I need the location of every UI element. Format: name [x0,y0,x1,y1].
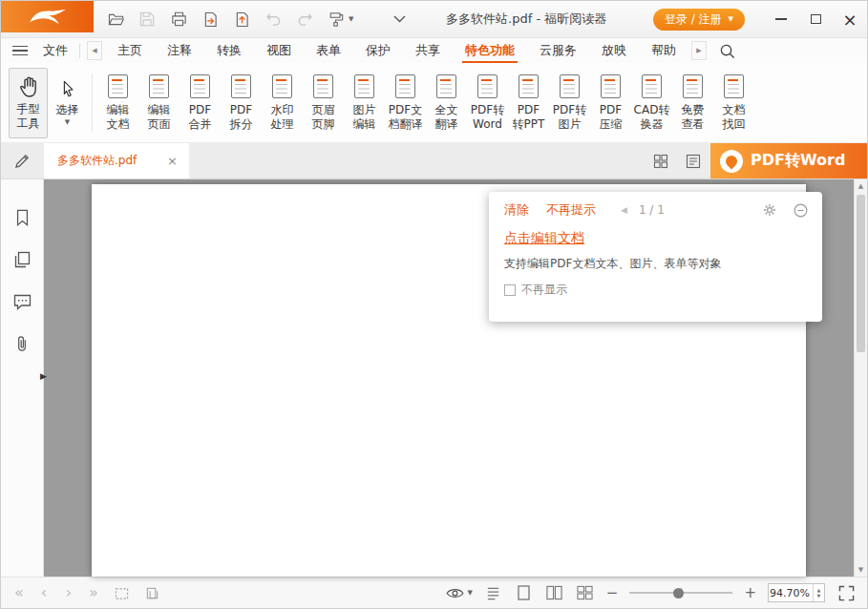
first-page-button[interactable]: « [12,585,26,600]
menu-tab-cloud-service[interactable]: 云服务 [527,38,589,63]
redo-icon[interactable] [295,10,314,29]
multi-page-view-icon[interactable] [576,583,595,602]
comments-panel-icon[interactable] [12,292,32,311]
pdf-compress-button[interactable]: PDF压缩 [590,68,631,138]
header-footer-icon [313,74,333,98]
clear-link[interactable]: 清除 [504,201,529,219]
pdf-split-button[interactable]: PDF拆分 [221,68,262,138]
pages-panel-icon[interactable] [12,250,32,269]
document-tabbar: 多多软件站.pdf × PDF转Word [1,143,867,179]
export-convert-icon[interactable] [201,10,220,29]
document-tab-title: 多多软件站.pdf [57,153,165,169]
fullscreen-icon[interactable] [836,583,856,602]
cad-converter-button[interactable]: CAD转换器 [631,68,672,138]
page-navigation: « ‹ › » [12,583,161,602]
file-menu[interactable]: 文件 [35,42,75,59]
image-edit-button[interactable]: 图片编辑 [344,68,385,138]
menu-tab-view[interactable]: 视图 [254,38,304,63]
undo-icon[interactable] [264,10,283,29]
watermark-icon [272,74,292,98]
full-text-translate-button[interactable]: 全文翻译 [426,68,467,138]
edit-hint-popup: 清除 不再提示 ◀ 1 / 1 点击编辑文档 支持编辑PDF文档文本、图片、表单… [489,192,822,322]
zoom-input[interactable]: 94.70% ▲ ▼ [768,583,825,602]
document-area: 清除 不再提示 ◀ 1 / 1 点击编辑文档 支持编辑PDF文档文本、图片、表单… [44,179,854,577]
close-button[interactable]: × [833,1,867,37]
snapshot-icon[interactable] [112,583,131,602]
zoom-slider[interactable] [629,586,732,599]
banner-badge-icon [720,150,743,173]
no-remind-link[interactable]: 不再提示 [546,201,596,219]
menu-tab-share[interactable]: 共享 [403,38,453,63]
divider [79,44,80,58]
clipboard-icon[interactable] [142,583,161,602]
edit-document-button[interactable]: 编辑文档 [97,68,138,138]
edit-pages-button[interactable]: 编辑页面 [138,68,180,138]
minimize-button[interactable] [764,1,798,37]
save-icon[interactable] [138,10,157,29]
collapse-notice-icon[interactable] [793,202,809,219]
chevron-down-icon: ▼ [349,16,353,23]
attachments-panel-icon[interactable] [12,334,32,353]
edit-document-link[interactable]: 点击编辑文档 [504,230,584,247]
single-page-view-icon[interactable] [515,583,534,602]
pdf-to-ppt-icon [519,74,539,98]
menu-tab-help[interactable]: 帮助 [639,38,688,63]
pdf-to-ppt-button[interactable]: PDF转PPT [508,68,549,138]
foxit-reader-window: ▼ 多多软件站.pdf - 福昕阅读器 登录 / 注册 ▼ × 文件 ◀ 主页注… [0,0,868,609]
maximize-button[interactable] [798,1,833,37]
open-file-icon[interactable] [106,10,125,29]
continuous-view-icon[interactable] [484,583,503,602]
header-footer-button[interactable]: 页眉页脚 [303,68,344,138]
tab-close-icon[interactable]: × [165,154,180,168]
facing-view-icon[interactable] [545,583,564,602]
pdf-merge-button[interactable]: PDF合并 [180,68,221,138]
scroll-up-icon[interactable]: ▲ [858,182,863,190]
menu-tab-convert[interactable]: 转换 [204,38,254,63]
scrollbar-thumb[interactable] [857,195,865,352]
tabs-scroll-left-icon[interactable]: ◀ [87,41,102,60]
watermark-button[interactable]: 水印处理 [262,68,303,138]
thumbnail-grid-icon[interactable] [651,152,670,171]
view-mode-button[interactable]: ▼ [445,583,472,602]
menu-tab-protect[interactable]: 保护 [353,38,403,63]
pencil-icon[interactable] [13,152,32,171]
doc-recover-button[interactable]: 文档找回 [713,68,754,138]
vertical-scrollbar[interactable]: ▲ ▼ [854,179,867,577]
menu-tab-play[interactable]: 放映 [589,38,639,63]
last-page-button[interactable]: » [87,585,100,600]
next-page-button[interactable]: › [62,585,75,600]
tabs-scroll-right-icon[interactable]: ▶ [691,41,707,60]
pdf-to-image-icon [560,74,580,98]
prev-notice-icon[interactable]: ◀ [621,205,627,215]
pdf-doc-translate-button[interactable]: PDF文档翻译 [385,68,426,138]
menu-tab-special-features[interactable]: 特色功能 [453,38,527,63]
print-icon[interactable] [169,10,188,29]
dont-show-checkbox[interactable] [504,284,516,296]
menu-tab-form[interactable]: 表单 [304,38,353,63]
prev-page-button[interactable]: ‹ [37,585,51,600]
menu-tab-home[interactable]: 主页 [105,38,155,63]
format-brush-button[interactable]: ▼ [327,10,353,29]
menu-tab-comment[interactable]: 注释 [155,38,204,63]
login-button[interactable]: 登录 / 注册 ▼ [653,9,745,31]
scroll-down-icon[interactable]: ▼ [858,566,863,574]
search-icon[interactable] [717,41,736,60]
import-convert-icon[interactable] [232,10,251,29]
zoom-slider-handle[interactable] [673,588,684,598]
select-tool-button[interactable]: 选择 ▼ [48,68,87,138]
collapse-toolbar-icon[interactable] [390,10,409,29]
sidebar-expand-icon[interactable]: ▶ [40,372,47,381]
pdf-to-word-banner[interactable]: PDF转Word [710,143,867,178]
free-view-button[interactable]: 免费查看 [672,68,713,138]
pdf-to-word-button[interactable]: PDF转Word [467,68,508,138]
zoom-out-button[interactable]: − [606,586,619,600]
reading-mode-icon[interactable] [684,152,703,171]
bookmarks-panel-icon[interactable] [12,208,32,227]
pdf-to-image-button[interactable]: PDF转图片 [549,68,590,138]
settings-gear-icon[interactable] [762,202,777,218]
document-tab[interactable]: 多多软件站.pdf × [44,143,189,178]
hand-tool-button[interactable]: 手型工具 [9,68,48,138]
zoom-spin-down-icon[interactable]: ▼ [817,593,821,599]
menu-toggle-icon[interactable] [12,46,28,56]
zoom-in-button[interactable]: + [744,586,756,600]
